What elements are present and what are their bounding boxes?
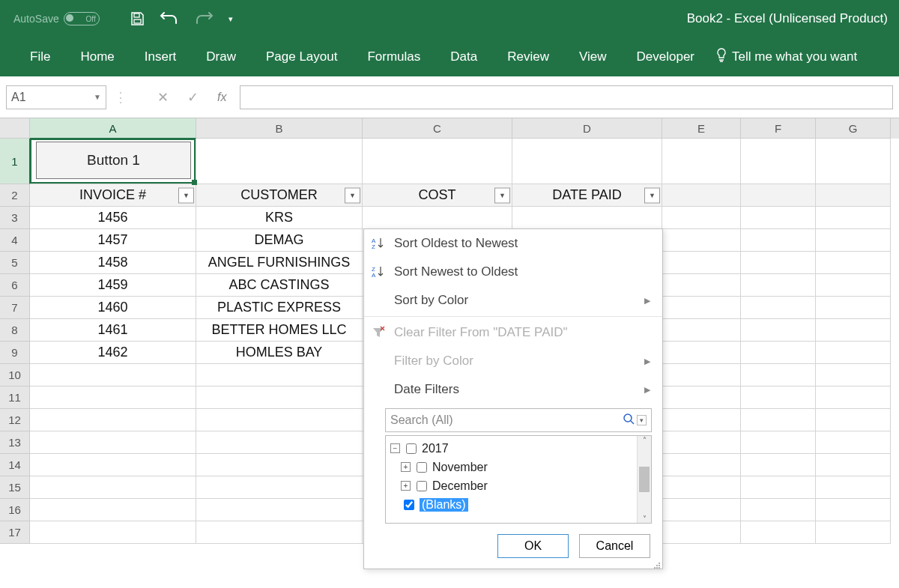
cell-c1[interactable] bbox=[363, 139, 512, 184]
date-filters-item[interactable]: Date Filters ▶ bbox=[364, 375, 662, 404]
row-header[interactable]: 15 bbox=[0, 476, 30, 499]
tab-developer[interactable]: Developer bbox=[622, 42, 710, 72]
tree-scrollbar[interactable]: ˄ ˅ bbox=[637, 436, 651, 523]
cell-f1[interactable] bbox=[741, 139, 816, 184]
cell-customer[interactable]: PLASTIC EXPRESS bbox=[196, 297, 363, 319]
cell-b1[interactable] bbox=[196, 139, 363, 184]
qat-customize-icon[interactable]: ▾ bbox=[228, 14, 233, 24]
tree-blanks[interactable]: (Blanks) bbox=[401, 495, 651, 514]
chevron-down-icon[interactable]: ▾ bbox=[637, 415, 647, 425]
tab-home[interactable]: Home bbox=[65, 42, 129, 72]
row-header[interactable]: 8 bbox=[0, 319, 30, 342]
autosave-toggle[interactable]: AutoSave Off bbox=[13, 12, 100, 25]
header-date-paid[interactable]: DATE PAID ▼ bbox=[512, 184, 662, 207]
tree-month-nov[interactable]: + November bbox=[401, 458, 651, 476]
col-header-d[interactable]: D bbox=[512, 118, 662, 139]
row-header[interactable]: 12 bbox=[0, 409, 30, 431]
row-header[interactable]: 6 bbox=[0, 274, 30, 297]
cell-invoice[interactable]: 1460 bbox=[30, 297, 196, 319]
row-header[interactable]: 11 bbox=[0, 387, 30, 409]
sort-newest-item[interactable]: ZA Sort Newest to Oldest bbox=[364, 258, 662, 286]
toggle-off-icon[interactable]: Off bbox=[64, 12, 100, 25]
tree-month-dec[interactable]: + December bbox=[401, 476, 651, 495]
formula-input[interactable] bbox=[240, 85, 893, 109]
scroll-up-icon[interactable]: ˄ bbox=[643, 436, 647, 444]
sort-oldest-item[interactable]: AZ Sort Oldest to Newest bbox=[364, 229, 662, 258]
cancel-button[interactable]: Cancel bbox=[579, 534, 650, 558]
redo-icon[interactable] bbox=[194, 11, 214, 26]
row-header[interactable]: 7 bbox=[0, 297, 30, 319]
cell-g1[interactable] bbox=[816, 139, 891, 184]
filter-search-box[interactable]: Search (All) ▾ bbox=[385, 408, 652, 432]
row-header[interactable]: 14 bbox=[0, 454, 30, 476]
header-customer[interactable]: CUSTOMER ▼ bbox=[196, 184, 363, 207]
col-header-g[interactable]: G bbox=[816, 118, 891, 139]
cell-customer[interactable]: BETTER HOMES LLC bbox=[196, 319, 363, 342]
col-header-a[interactable]: A bbox=[30, 118, 196, 139]
header-invoice[interactable]: INVOICE # ▼ bbox=[30, 184, 196, 207]
accept-formula-icon[interactable]: ✓ bbox=[187, 89, 199, 106]
name-box[interactable]: A1 ▼ bbox=[6, 85, 106, 109]
header-cost[interactable]: COST ▼ bbox=[363, 184, 512, 207]
cell-customer[interactable]: ABC CASTINGS bbox=[196, 274, 363, 297]
filter-values-tree[interactable]: − 2017 + November + December (Blanks) ˄ … bbox=[385, 435, 652, 524]
undo-icon[interactable] bbox=[160, 11, 179, 26]
filter-dropdown-icon[interactable]: ▼ bbox=[345, 187, 360, 203]
scroll-down-icon[interactable]: ˅ bbox=[643, 515, 647, 523]
cell-invoice[interactable]: 1457 bbox=[30, 229, 196, 252]
checkbox-dec[interactable] bbox=[417, 481, 427, 491]
col-header-b[interactable]: B bbox=[196, 118, 363, 139]
filter-dropdown-icon[interactable]: ▼ bbox=[644, 187, 660, 203]
row-header[interactable]: 9 bbox=[0, 342, 30, 364]
cell-customer[interactable]: HOMLES BAY bbox=[196, 342, 363, 364]
save-icon[interactable] bbox=[130, 11, 145, 26]
tree-year-2017[interactable]: − 2017 bbox=[390, 439, 651, 458]
cell-customer[interactable]: DEMAG bbox=[196, 229, 363, 252]
tab-file[interactable]: File bbox=[15, 42, 65, 72]
cell-date-paid[interactable] bbox=[512, 207, 662, 229]
row-header[interactable]: 3 bbox=[0, 207, 30, 229]
cell-invoice[interactable]: 1458 bbox=[30, 252, 196, 274]
sort-by-color-item[interactable]: Sort by Color ▶ bbox=[364, 286, 662, 315]
expand-icon[interactable]: + bbox=[401, 462, 411, 472]
tell-me-search[interactable]: Tell me what you want bbox=[715, 48, 857, 67]
cell-invoice[interactable]: 1456 bbox=[30, 207, 196, 229]
cell-invoice[interactable]: 1459 bbox=[30, 274, 196, 297]
collapse-icon[interactable]: − bbox=[390, 443, 400, 453]
tab-draw[interactable]: Draw bbox=[191, 42, 251, 72]
ok-button[interactable]: OK bbox=[497, 534, 569, 558]
row-header-2[interactable]: 2 bbox=[0, 184, 30, 207]
tab-review[interactable]: Review bbox=[492, 42, 564, 72]
tab-data[interactable]: Data bbox=[435, 42, 492, 72]
cell-cost[interactable] bbox=[363, 207, 512, 229]
row-header[interactable]: 13 bbox=[0, 431, 30, 454]
row-header[interactable]: 16 bbox=[0, 499, 30, 521]
chevron-down-icon[interactable]: ▼ bbox=[94, 93, 101, 101]
cell-customer[interactable]: KRS bbox=[196, 207, 363, 229]
checkbox-2017[interactable] bbox=[406, 443, 417, 454]
cell-invoice[interactable]: 1462 bbox=[30, 342, 196, 364]
row-header-1[interactable]: 1 bbox=[0, 139, 30, 184]
checkbox-nov[interactable] bbox=[417, 462, 427, 473]
expand-icon[interactable]: + bbox=[401, 481, 411, 491]
col-header-f[interactable]: F bbox=[741, 118, 816, 139]
filter-dropdown-icon[interactable]: ▼ bbox=[178, 187, 194, 203]
tab-formulas[interactable]: Formulas bbox=[352, 42, 435, 72]
tab-insert[interactable]: Insert bbox=[130, 42, 192, 72]
col-header-c[interactable]: C bbox=[363, 118, 512, 139]
checkbox-blanks[interactable] bbox=[404, 500, 414, 510]
row-header[interactable]: 17 bbox=[0, 521, 30, 544]
select-all-triangle[interactable] bbox=[0, 118, 30, 139]
resize-grip-icon[interactable] bbox=[653, 560, 661, 567]
cell-e1[interactable] bbox=[662, 139, 741, 184]
cell-invoice[interactable]: 1461 bbox=[30, 319, 196, 342]
row-header[interactable]: 10 bbox=[0, 364, 30, 387]
cell-customer[interactable]: ANGEL FURNISHINGS bbox=[196, 252, 363, 274]
form-button-1[interactable]: Button 1 bbox=[36, 142, 191, 179]
tab-page-layout[interactable]: Page Layout bbox=[251, 42, 352, 72]
fx-icon[interactable]: fx bbox=[217, 91, 226, 104]
col-header-e[interactable]: E bbox=[662, 118, 741, 139]
row-header[interactable]: 4 bbox=[0, 229, 30, 252]
cell-d1[interactable] bbox=[512, 139, 662, 184]
tab-view[interactable]: View bbox=[564, 42, 622, 72]
